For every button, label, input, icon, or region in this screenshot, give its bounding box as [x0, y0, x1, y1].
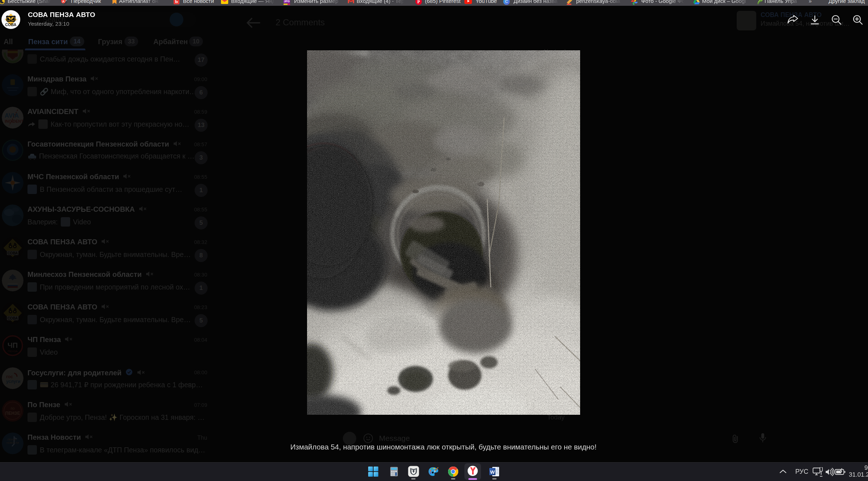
svg-text:СОВА: СОВА: [5, 22, 16, 27]
svg-text:W: W: [490, 469, 495, 475]
